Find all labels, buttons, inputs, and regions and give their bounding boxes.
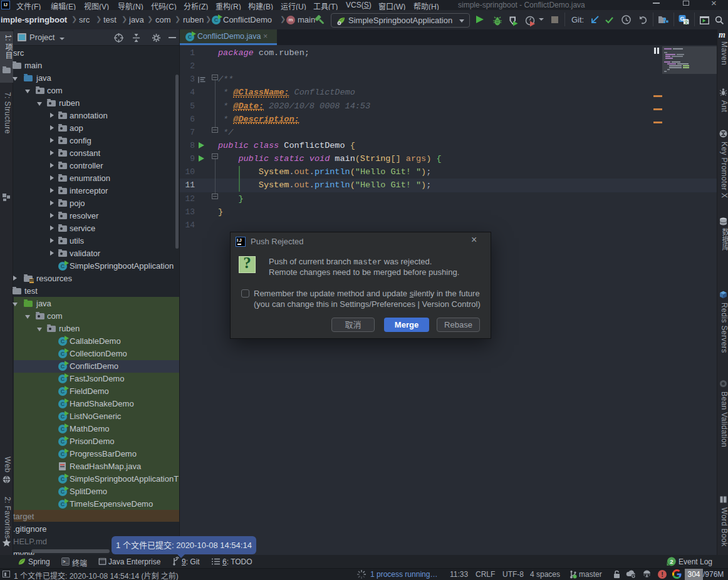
svg-text:文: 文 (684, 19, 689, 25)
svg-text:2: 2 (670, 558, 673, 565)
